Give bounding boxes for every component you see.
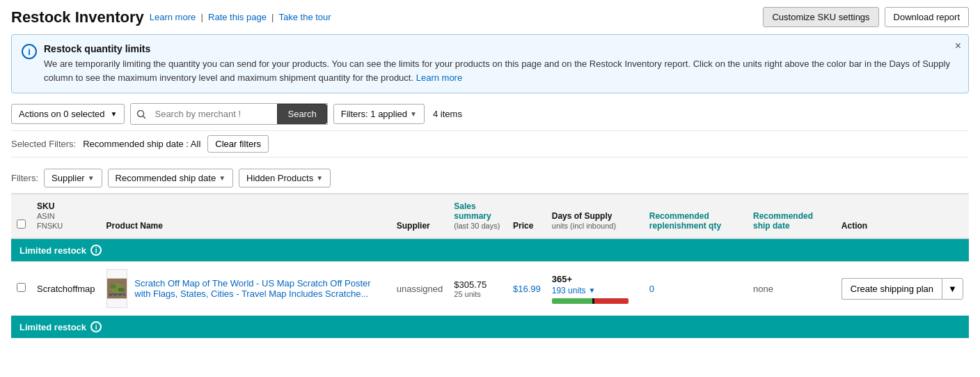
- download-report-button[interactable]: Download report: [885, 7, 969, 27]
- units-chevron-icon: ▼: [588, 286, 595, 294]
- rate-page-link[interactable]: Rate this page: [208, 12, 267, 22]
- cell-sales: $305.75 25 units: [448, 262, 507, 316]
- alert-content: Restock quantity limits We are temporari…: [44, 43, 958, 84]
- search-input[interactable]: [152, 105, 277, 123]
- svg-rect-8: [116, 295, 119, 296]
- alert-banner: i Restock quantity limits We are tempora…: [11, 34, 969, 93]
- svg-point-0: [138, 110, 144, 116]
- filters-label: Filters:: [11, 173, 38, 183]
- search-button[interactable]: Search: [277, 104, 326, 124]
- page-title: Restock Inventory: [11, 8, 144, 26]
- alert-body: We are temporarily limiting the quantity…: [44, 57, 958, 84]
- section-info-icon-top[interactable]: i: [90, 245, 102, 256]
- inventory-table: SKU ASIN FNSKU Product Name Supplier Sal…: [11, 194, 969, 339]
- svg-line-1: [143, 116, 146, 118]
- alert-close-button[interactable]: ×: [955, 40, 961, 52]
- table-wrapper: SKU ASIN FNSKU Product Name Supplier Sal…: [11, 194, 969, 339]
- supply-bar-red: [594, 298, 629, 304]
- col-price: Price: [507, 194, 546, 239]
- filters-applied[interactable]: Filters: 1 applied ▼: [333, 104, 425, 124]
- supplier-chevron-icon: ▼: [88, 174, 95, 182]
- col-product-name: Product Name: [101, 194, 391, 239]
- col-recommended-ship-date: Recommended ship date: [748, 194, 836, 239]
- search-icon: [131, 105, 152, 123]
- items-count: 4 items: [433, 109, 462, 119]
- learn-more-link[interactable]: Learn more: [150, 12, 196, 22]
- hidden-products-filter[interactable]: Hidden Products ▼: [239, 169, 331, 187]
- header-actions: Customize SKU settings Download report: [763, 7, 969, 27]
- svg-point-5: [118, 288, 124, 292]
- create-shipping-plan-button[interactable]: Create shipping plan: [841, 278, 942, 300]
- product-image: [106, 269, 128, 308]
- supply-bar: [552, 298, 629, 304]
- action-dropdown-button[interactable]: ▼: [942, 278, 963, 300]
- supply-bar-marker: [592, 298, 594, 304]
- col-supplier: Supplier: [391, 194, 449, 239]
- toolbar: Actions on 0 selected ▼ Search Filters: …: [11, 103, 969, 125]
- alert-title: Restock quantity limits: [44, 43, 958, 54]
- col-sku: SKU ASIN FNSKU: [31, 194, 101, 239]
- table-row: Scratchoffmap: [11, 262, 969, 316]
- customize-sku-button[interactable]: Customize SKU settings: [763, 7, 878, 27]
- cell-days-supply: 365+ 193 units ▼: [546, 262, 644, 316]
- cell-recommended-qty: 0: [644, 262, 748, 316]
- col-recommended-replenishment: Recommended replenishment qty: [644, 194, 748, 239]
- svg-point-4: [110, 284, 116, 288]
- filter-tag: Recommended ship date : All: [83, 139, 200, 149]
- filters-chevron-icon: ▼: [410, 110, 417, 118]
- actions-chevron-icon: ▼: [111, 110, 118, 118]
- section-header-bottom: Limited restock i: [11, 316, 969, 339]
- units-row[interactable]: 193 units ▼: [552, 286, 638, 295]
- alert-learn-more-link[interactable]: Learn more: [416, 72, 462, 83]
- cell-sku: Scratchoffmap: [31, 262, 101, 316]
- clear-filters-button[interactable]: Clear filters: [207, 135, 269, 153]
- secondary-filters: Filters: Supplier ▼ Recommended ship dat…: [11, 163, 969, 194]
- col-action: Action: [836, 194, 969, 239]
- svg-rect-9: [120, 295, 124, 296]
- cell-action: Create shipping plan ▼: [836, 262, 969, 316]
- col-days-of-supply: Days of Supply units (incl inbound): [546, 194, 644, 239]
- row-checkbox[interactable]: [17, 283, 26, 292]
- filter-row-label: Selected Filters:: [11, 139, 76, 149]
- action-btn-group: Create shipping plan ▼: [841, 278, 963, 300]
- hidden-products-chevron-icon: ▼: [316, 174, 323, 182]
- section-info-icon-bottom[interactable]: i: [90, 321, 102, 332]
- supply-bar-green: [552, 298, 594, 304]
- cell-price: $16.99: [507, 262, 546, 316]
- product-name-link[interactable]: Scratch Off Map of The World - US Map Sc…: [134, 278, 386, 299]
- ship-date-chevron-icon: ▼: [219, 174, 226, 182]
- cell-product: Scratch Off Map of The World - US Map Sc…: [101, 262, 391, 316]
- search-group: Search: [130, 103, 327, 125]
- alert-info-icon: i: [22, 44, 37, 59]
- filter-row: Selected Filters: Recommended ship date …: [11, 130, 969, 157]
- cell-ship-date: none: [748, 262, 836, 316]
- col-sales-summary: Sales summary (last 30 days): [448, 194, 507, 239]
- cell-supplier: unassigned: [391, 262, 449, 316]
- select-all-checkbox[interactable]: [17, 220, 26, 229]
- supplier-filter[interactable]: Supplier ▼: [44, 169, 102, 187]
- ship-date-filter[interactable]: Recommended ship date ▼: [108, 169, 233, 187]
- actions-select[interactable]: Actions on 0 selected ▼: [11, 104, 125, 124]
- action-chevron-icon: ▼: [948, 284, 957, 294]
- take-tour-link[interactable]: Take the tour: [278, 12, 331, 22]
- header-links: Learn more | Rate this page | Take the t…: [150, 12, 331, 22]
- svg-rect-7: [111, 295, 114, 296]
- section-header-top: Limited restock i: [11, 238, 969, 262]
